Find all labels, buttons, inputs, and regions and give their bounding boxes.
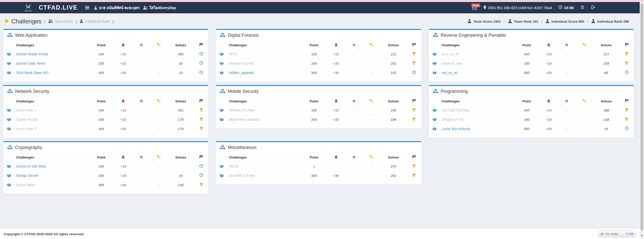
cubes-icon	[7, 88, 13, 95]
hint-value: -	[363, 68, 380, 77]
trophy-icon	[625, 53, 629, 57]
challenge-link[interactable]: sPhone Pro Max	[229, 108, 255, 112]
brand[interactable]: ctfad.live CTFAD.LIVE	[24, 4, 78, 12]
history-button[interactable]	[580, 5, 584, 10]
first-blood-value: +30	[114, 180, 132, 190]
hint-value: -	[150, 171, 167, 180]
hint-value: -	[363, 115, 380, 124]
hamburger-menu-icon[interactable]	[84, 5, 90, 10]
trophy-icon	[625, 118, 629, 122]
challenge-link[interactable]: SDH Bank Open API	[16, 71, 49, 75]
wrong-value: -	[133, 171, 150, 180]
first-blood-column-icon	[327, 41, 345, 50]
challenge-link[interactable]: Get High Fly Flag	[441, 108, 469, 112]
trophy-icon	[625, 62, 629, 66]
cubes-icon	[433, 88, 438, 95]
point-value: 100	[88, 162, 114, 171]
challenge-link[interactable]: Lucky But Unlucky	[441, 127, 470, 131]
first-blood-value: +20	[327, 115, 345, 124]
first-blood-column-icon	[114, 153, 132, 162]
category-title: Web Application	[15, 33, 48, 38]
vertical-scrollbar[interactable]	[640, 2, 644, 239]
x-column-icon	[558, 41, 575, 50]
category-title: Reverse Engineering & Pwnable	[441, 33, 506, 38]
x-column-icon	[345, 97, 363, 106]
first-blood-value: +20	[114, 59, 132, 68]
trophy-icon	[412, 62, 416, 66]
scrollbar-thumb[interactable]	[640, 3, 643, 230]
point-value: 100	[514, 106, 540, 115]
wrong-value: -	[558, 50, 575, 59]
category-title: Miscellaneous	[228, 145, 256, 150]
challenge-link[interactable]: hidden_payload	[229, 71, 254, 75]
signout-button[interactable]	[591, 5, 595, 10]
challenge-link[interactable]: Shapes of You	[441, 117, 464, 122]
solves-value: 200	[167, 50, 194, 59]
team-rank-link[interactable]: Team Rank	[48, 19, 73, 24]
challenge-link[interactable]: Cipher Puzzle	[16, 117, 38, 122]
point-value: 300	[514, 124, 540, 134]
challenges-table: Challenges Point Solves very_ez_re100+10…	[429, 41, 634, 77]
clock-icon	[412, 71, 416, 75]
first-blood-column-icon	[114, 41, 132, 50]
challenge-link[interactable]: Recycle Secrets	[229, 61, 254, 65]
challenge-link[interactable]: Love Letter 2	[16, 127, 37, 131]
hint-value: -	[150, 124, 167, 134]
challenge-link[interactable]: Black Rock Shooter	[229, 117, 260, 122]
navbar-user[interactable]: นาย อนันต์ทัศน์ ตะยะบุตร	[94, 5, 139, 11]
history-icon	[580, 5, 584, 10]
wrong-value: -	[345, 115, 363, 124]
checkered-flag-column-icon	[407, 41, 421, 50]
cubes-icon	[220, 88, 225, 95]
navbar-team[interactable]: ใส่ว้องEveryDay	[143, 5, 176, 11]
trophy-icon	[412, 174, 416, 178]
clock-icon	[199, 165, 203, 169]
cube-icon	[7, 184, 11, 187]
x-column-icon	[133, 153, 150, 162]
challenge-link[interactable]: Love Letter 1	[16, 108, 37, 112]
challenge-link[interactable]: very_ez_re	[441, 52, 459, 56]
challenge-link[interactable]: not_so_ez	[441, 71, 458, 75]
checkered-flag-column-icon	[620, 97, 634, 106]
solves-value: 10	[167, 68, 194, 77]
ctfad-logo-icon: ctfad.live	[24, 4, 32, 12]
cube-icon	[220, 174, 223, 178]
cube-icon	[433, 62, 436, 66]
challenge-link[interactable]: Factor Wars	[16, 183, 35, 187]
cube-icon	[433, 128, 436, 131]
challenge-row: Strings Secret200+20--20	[3, 171, 208, 180]
solves-value: 60	[593, 68, 620, 77]
challenge-link[interactable]: Die With a Smile	[229, 174, 255, 178]
challenges-table: Challenges Point Solves Love Letter 1100…	[3, 97, 208, 134]
clock-icon	[199, 53, 203, 56]
brand-title: CTFAD.LIVE	[39, 4, 78, 11]
cube-icon	[7, 53, 11, 57]
point-column-header: Point	[88, 41, 114, 50]
challenge-link[interactable]: NCSA	[229, 164, 239, 168]
visitor-counter: Vis. today 6 428	[598, 230, 636, 237]
challenge-link[interactable]: School Daily News	[16, 61, 46, 65]
scrollbar-down-arrow[interactable]	[641, 235, 643, 237]
challenge-row: 6278100+10--221	[216, 50, 421, 59]
hint-value: -	[363, 59, 380, 68]
challenge-link[interactable]: Secret or See Real	[16, 164, 46, 168]
cube-icon	[7, 128, 11, 131]
solves-column-header: Solves	[380, 153, 407, 162]
point-value: 200	[301, 115, 327, 124]
solves-value: 199	[380, 115, 407, 124]
challenge-row: medium_rare200+20--259	[429, 59, 634, 68]
hint-value: -	[150, 59, 167, 68]
challenge-link[interactable]: medium_rare	[441, 61, 462, 65]
cube-icon	[7, 109, 11, 113]
x-column-icon	[558, 97, 575, 106]
challenge-link[interactable]: School Grade Portal	[16, 52, 48, 56]
challenge-link[interactable]: 6278	[229, 52, 237, 56]
first-blood-value: +10	[327, 50, 345, 59]
point-value: 300	[301, 68, 327, 77]
challenge-link[interactable]: Strings Secret	[16, 174, 38, 178]
individual-rank-link[interactable]: Individual Rank	[80, 19, 110, 24]
wrong-value: -	[133, 59, 150, 68]
star-icon	[4, 18, 9, 25]
messages-button[interactable]: Close	[472, 7, 477, 11]
visitors-label: Vis. today	[605, 232, 618, 235]
